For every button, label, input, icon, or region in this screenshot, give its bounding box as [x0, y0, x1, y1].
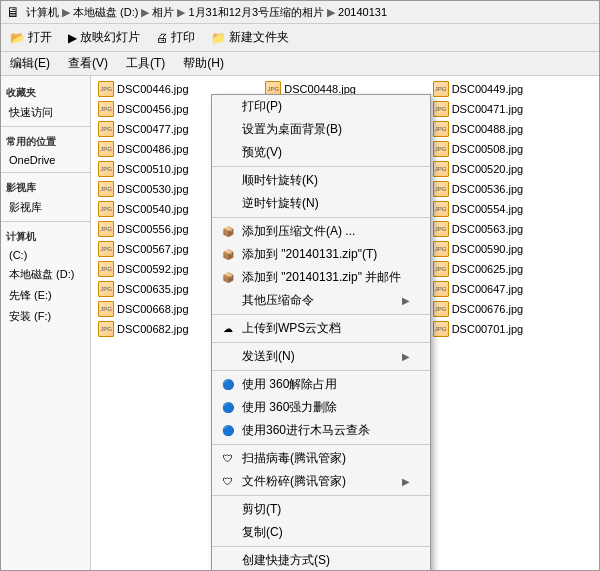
file-icon: JPG	[433, 241, 449, 257]
context-menu-item-add-zip2[interactable]: 📦添加到 "20140131.zip"(T)	[212, 243, 430, 266]
breadcrumb-disk[interactable]: 本地磁盘 (D:)	[73, 5, 138, 20]
file-name: DSC00567.jpg	[117, 243, 189, 255]
context-menu-item-preview[interactable]: 预览(V)	[212, 141, 430, 164]
context-menu-item-set-bg[interactable]: 设置为桌面背景(B)	[212, 118, 430, 141]
breadcrumb-current[interactable]: 20140131	[338, 6, 387, 18]
context-menu-separator	[212, 217, 430, 218]
context-menu-item-rotate-ccw[interactable]: 逆时针旋转(N)	[212, 192, 430, 215]
context-menu-item-other-cmd[interactable]: 其他压缩命令▶	[212, 289, 430, 312]
context-item-icon: 🔵	[220, 423, 236, 439]
slideshow-label: 放映幻灯片	[80, 29, 140, 46]
context-menu-item-360-virus[interactable]: 🔵使用360进行木马云查杀	[212, 419, 430, 442]
file-name: DSC00449.jpg	[452, 83, 524, 95]
context-menu-item-add-zip3[interactable]: 📦添加到 "20140131.zip" 并邮件	[212, 266, 430, 289]
sidebar-item-onedrive[interactable]: OneDrive	[1, 151, 90, 169]
file-item[interactable]: JPGDSC00471.jpg	[429, 99, 596, 119]
file-item[interactable]: JPGDSC00563.jpg	[429, 219, 596, 239]
file-item[interactable]: JPGDSC00508.jpg	[429, 139, 596, 159]
sidebar-section-computer: 计算机	[1, 225, 90, 246]
context-menu-item-scan-virus[interactable]: 🛡扫描病毒(腾讯管家)	[212, 447, 430, 470]
new-folder-button[interactable]: 📁 新建文件夹	[207, 27, 293, 48]
context-item-label: 创建快捷方式(S)	[242, 552, 330, 569]
context-menu-item-upload-wps[interactable]: ☁上传到WPS云文档	[212, 317, 430, 340]
file-icon: JPG	[98, 161, 114, 177]
file-icon: JPG	[98, 121, 114, 137]
menu-view[interactable]: 查看(V)	[64, 53, 112, 74]
breadcrumb-folder[interactable]: 1月31和12月3号压缩的相片	[188, 5, 324, 20]
context-item-icon: 🛡	[220, 474, 236, 490]
print-button[interactable]: 🖨 打印	[152, 27, 199, 48]
sidebar-item-video[interactable]: 影视库	[1, 197, 90, 218]
file-name: DSC00508.jpg	[452, 143, 524, 155]
file-name: DSC00635.jpg	[117, 283, 189, 295]
file-icon: JPG	[98, 261, 114, 277]
window: 🖥 计算机 ▶ 本地磁盘 (D:) ▶ 相片 ▶ 1月31和12月3号压缩的相片…	[0, 0, 600, 571]
file-name: DSC00477.jpg	[117, 123, 189, 135]
context-menu: 打印(P)设置为桌面背景(B)预览(V)顺时针旋转(K)逆时针旋转(N)📦添加到…	[211, 94, 431, 570]
file-item[interactable]: JPGDSC00590.jpg	[429, 239, 596, 259]
file-name: DSC00530.jpg	[117, 183, 189, 195]
context-item-icon: 🔵	[220, 400, 236, 416]
file-item[interactable]: JPGDSC00647.jpg	[429, 279, 596, 299]
context-menu-item-shred[interactable]: 🛡文件粉碎(腾讯管家)▶	[212, 470, 430, 493]
breadcrumb: 计算机 ▶ 本地磁盘 (D:) ▶ 相片 ▶ 1月31和12月3号压缩的相片 ▶…	[26, 5, 387, 20]
file-icon: JPG	[433, 301, 449, 317]
file-name: DSC00556.jpg	[117, 223, 189, 235]
context-item-label: 复制(C)	[242, 524, 283, 541]
address-bar: 🖥 计算机 ▶ 本地磁盘 (D:) ▶ 相片 ▶ 1月31和12月3号压缩的相片…	[1, 1, 599, 24]
context-menu-item-360-occupy[interactable]: 🔵使用 360解除占用	[212, 373, 430, 396]
sidebar-item-e[interactable]: 先锋 (E:)	[1, 285, 90, 306]
sidebar-item-d[interactable]: 本地磁盘 (D:)	[1, 264, 90, 285]
sidebar-item-f[interactable]: 安装 (F:)	[1, 306, 90, 327]
file-icon: JPG	[98, 81, 114, 97]
breadcrumb-photos[interactable]: 相片	[152, 5, 174, 20]
context-menu-item-copy[interactable]: 复制(C)	[212, 521, 430, 544]
context-menu-separator	[212, 546, 430, 547]
file-name: DSC00647.jpg	[452, 283, 524, 295]
context-menu-item-print[interactable]: 打印(P)	[212, 95, 430, 118]
file-grid: JPGDSC00446.jpgJPGDSC00448.jpgJPGDSC0044…	[91, 76, 599, 570]
file-name: DSC00682.jpg	[117, 323, 189, 335]
file-name: DSC00540.jpg	[117, 203, 189, 215]
file-icon: JPG	[433, 141, 449, 157]
file-item[interactable]: JPGDSC00520.jpg	[429, 159, 596, 179]
slideshow-button[interactable]: ▶ 放映幻灯片	[64, 27, 144, 48]
context-menu-item-rotate-cw[interactable]: 顺时针旋转(K)	[212, 169, 430, 192]
sidebar-item-c[interactable]: (C:)	[1, 246, 90, 264]
context-item-icon: 📦	[220, 224, 236, 240]
context-menu-separator	[212, 495, 430, 496]
file-item[interactable]: JPGDSC00701.jpg	[429, 319, 596, 339]
file-item[interactable]: JPGDSC00449.jpg	[429, 79, 596, 99]
context-menu-item-add-zip[interactable]: 📦添加到压缩文件(A) ...	[212, 220, 430, 243]
context-menu-separator	[212, 314, 430, 315]
menu-edit[interactable]: 编辑(E)	[6, 53, 54, 74]
file-name: DSC00625.jpg	[452, 263, 524, 275]
file-item[interactable]: JPGDSC00554.jpg	[429, 199, 596, 219]
context-menu-item-cut[interactable]: 剪切(T)	[212, 498, 430, 521]
open-button[interactable]: 📂 打开	[6, 27, 56, 48]
file-item[interactable]: JPGDSC00676.jpg	[429, 299, 596, 319]
context-item-label: 打印(P)	[242, 98, 282, 115]
breadcrumb-computer[interactable]: 计算机	[26, 5, 59, 20]
file-icon: JPG	[433, 121, 449, 137]
file-name: DSC00510.jpg	[117, 163, 189, 175]
menu-tools[interactable]: 工具(T)	[122, 53, 169, 74]
file-icon: JPG	[98, 201, 114, 217]
menu-help[interactable]: 帮助(H)	[179, 53, 228, 74]
open-label: 打开	[28, 29, 52, 46]
file-item[interactable]: JPGDSC00625.jpg	[429, 259, 596, 279]
file-icon: JPG	[433, 261, 449, 277]
file-item[interactable]: JPGDSC00488.jpg	[429, 119, 596, 139]
context-menu-item-create-shortcut[interactable]: 创建快捷方式(S)	[212, 549, 430, 570]
file-name: DSC00446.jpg	[117, 83, 189, 95]
context-menu-item-360-delete[interactable]: 🔵使用 360强力删除	[212, 396, 430, 419]
file-icon: JPG	[98, 221, 114, 237]
sidebar-item-quickaccess[interactable]: 快速访问	[1, 102, 90, 123]
file-icon: JPG	[433, 201, 449, 217]
print-label: 打印	[171, 29, 195, 46]
content-area: 收藏夹 快速访问 常用的位置 OneDrive 影视库 影视库 计算机 (C:)…	[1, 76, 599, 570]
context-menu-item-send-to[interactable]: 发送到(N)▶	[212, 345, 430, 368]
context-item-label: 使用 360强力删除	[242, 399, 337, 416]
file-item[interactable]: JPGDSC00536.jpg	[429, 179, 596, 199]
file-name: DSC00520.jpg	[452, 163, 524, 175]
